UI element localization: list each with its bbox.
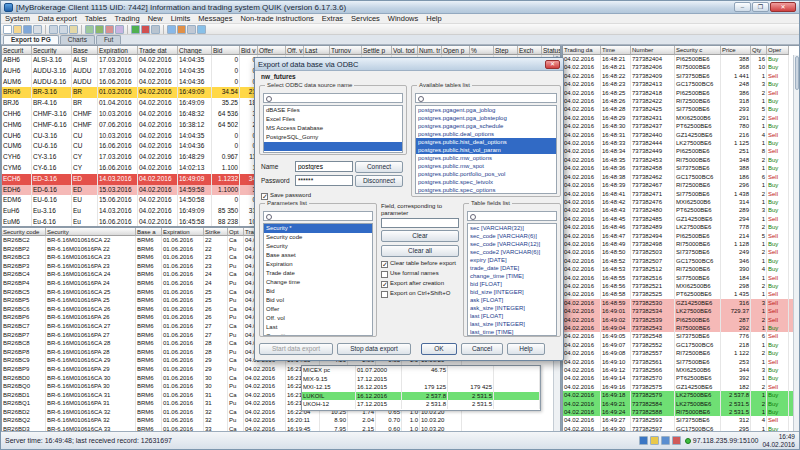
table-row[interactable]: 04.02.201616:49:12737382566MXI62500B6344… (563, 366, 799, 374)
list-item[interactable]: trade_date [DATE] (468, 264, 556, 272)
table-row[interactable]: 04.02.201616:48:34737382449PI62500BE6251… (563, 147, 799, 155)
table-row[interactable]: 04.02.201616:48:42737382476MXI62500B6314… (563, 198, 799, 206)
tables-filter-input[interactable] (424, 94, 556, 102)
list-item[interactable]: postgres.public.deal_options (416, 130, 556, 138)
params-filter-input[interactable] (272, 212, 372, 220)
paste-icon[interactable] (69, 25, 78, 34)
save-password-row[interactable]: Save password (261, 192, 311, 200)
table-row[interactable]: 04.02.201616:48:25737382418PI62500BE6386… (563, 89, 799, 97)
table-row[interactable]: 04.02.201616:49:24737382588RI75000BE62 5… (563, 408, 799, 416)
list-item[interactable]: ask_size [INTEGER] (468, 304, 556, 312)
list-item[interactable]: last [FLOAT] (468, 312, 556, 320)
trades-scrollbar[interactable] (793, 55, 799, 431)
menu-item[interactable]: Tables (81, 14, 111, 23)
table-row[interactable]: 04.02.201616:48:35737382453RI75000BE6348… (563, 156, 799, 164)
field-mapping-input[interactable] (381, 218, 459, 228)
tab-fut[interactable]: Fut (96, 35, 121, 44)
save-password-checkbox[interactable] (261, 193, 268, 200)
menu-item[interactable]: Extras (318, 14, 347, 23)
menu-item[interactable]: Non-trade instructions (236, 14, 317, 23)
table-row[interactable]: 04.02.201616:48:36737382458SI73750BE6388… (563, 164, 799, 172)
menu-item[interactable]: Limits (167, 14, 195, 23)
list-item[interactable]: last_size [INTEGER] (468, 320, 556, 328)
list-item[interactable]: postgres.public.spec_options (416, 186, 556, 194)
list-item[interactable]: bid [FLOAT] (468, 280, 556, 288)
copy-icon[interactable] (59, 25, 68, 34)
export-hotkey-row[interactable]: Export on Ctrl+Shift+O (381, 290, 459, 298)
clear-button[interactable]: Clear (381, 230, 459, 242)
calculator-icon[interactable] (187, 25, 196, 34)
table-row[interactable]: 04.02.201616:48:21737382406RI75000BE6368… (563, 63, 799, 71)
menu-item[interactable]: Data export (34, 14, 81, 23)
menu-item[interactable]: Messages (194, 14, 236, 23)
dialog-close-button[interactable]: ✕ (545, 60, 560, 69)
list-item[interactable]: Base asset (264, 251, 372, 260)
fields-filter[interactable] (467, 211, 557, 221)
table-row[interactable]: 04.02.201616:48:39737382467RI72500BE6296… (563, 181, 799, 189)
table-row[interactable]: 04.02.201616:48:41737382471SI77500BE61 4… (563, 190, 799, 198)
table-row[interactable]: BR26BD3BR-6.16M010616CA 33BRM601.06.2016… (2, 425, 560, 431)
chart-icon[interactable] (95, 25, 104, 34)
order-indicator-icon[interactable] (661, 436, 670, 445)
list-item[interactable]: Off. vol (264, 314, 372, 323)
table-row[interactable]: 04.02.201616:49:16737382575GZ14250BE6182… (563, 383, 799, 391)
table-row[interactable]: 04.02.201616:49:18737382579LK27500BE62 5… (563, 391, 799, 399)
table-row[interactable]: 04.02.201616:48:22737382409SI73750BE61 4… (563, 72, 799, 80)
list-item[interactable]: Last (264, 323, 372, 332)
list-item[interactable]: MS Access Database (264, 124, 402, 133)
cut-icon[interactable] (49, 25, 58, 34)
menu-item[interactable]: Services (347, 14, 384, 23)
stop-export-icon[interactable] (177, 25, 186, 34)
settings-icon[interactable] (151, 25, 160, 34)
table-row[interactable]: LUKOIL16.12.20162 537.82 531.5 (302, 392, 540, 401)
start-export-button[interactable]: Start data export (259, 343, 333, 355)
list-item[interactable]: postgres.public.hist_vol_param (416, 146, 556, 154)
table-row[interactable]: MIX-9.1517.12.2015 (302, 375, 540, 384)
list-item[interactable]: postgres.pgagent.pga_joblog (416, 106, 556, 114)
help-icon[interactable] (197, 25, 206, 34)
clear-all-button[interactable]: Clear all (381, 245, 459, 257)
maximize-button[interactable]: ❐ (752, 2, 769, 12)
export-after-creation-checkbox[interactable] (381, 281, 388, 288)
password-input[interactable] (295, 175, 353, 186)
params-filter[interactable] (263, 211, 373, 221)
table-row[interactable]: 04.02.201616:48:28737382425SI77500BE6293… (563, 105, 799, 113)
tab-export-to-pg[interactable]: Export to PG (3, 35, 59, 44)
list-item[interactable]: postgres.public.portfolio_pos_vol (416, 170, 556, 178)
export-hotkey-checkbox[interactable] (381, 291, 388, 298)
table-row[interactable]: 04.02.201616:49:02737382539PI62500BE6287… (563, 316, 799, 324)
table-row[interactable]: 04.02.201616:48:47737382494PI62500BE6214… (563, 232, 799, 240)
table-row[interactable]: 04.02.201616:49:30737382597GC17500BC6295… (563, 425, 799, 431)
table-row[interactable]: MXI-12.1516.12.2015179 125179 425 (302, 383, 540, 392)
clear-table-before-export-row[interactable]: Clear table before export (381, 260, 459, 268)
table-row[interactable]: UKOH-1217.12.20152 531.82 531.5 (302, 400, 540, 409)
table-row[interactable]: 04.02.201616:48:33737382444LK27500BE61 1… (563, 139, 799, 147)
table-row[interactable]: 04.02.201616:49:04737382543RI75000BE6292… (563, 324, 799, 332)
table-row[interactable]: 04.02.201616:48:21737382404PI62500BE6388… (563, 55, 799, 63)
table-row[interactable]: 04.02.201616:48:49737382498RI75000BE61 1… (563, 240, 799, 248)
connect-button[interactable]: Connect (355, 161, 403, 173)
table-row[interactable]: 04.02.201616:48:50737382503SI73750BE6249… (563, 248, 799, 256)
list-item[interactable]: postgres.public.mw_options (416, 154, 556, 162)
table-row[interactable]: 04.02.201616:48:26737382422RI72500BE6318… (563, 97, 799, 105)
table-row[interactable]: 04.02.201616:49:01737382534LK27500BE6729… (563, 307, 799, 315)
table-row[interactable]: MICEX pc01.07.200046.75 (302, 366, 540, 375)
clear-table-before-export-checkbox[interactable] (381, 261, 388, 268)
table-row[interactable]: 04.02.201616:49:27737382593SI73750BE6312… (563, 416, 799, 424)
table-row[interactable]: 04.02.201616:48:58737382525PT62500BE61 4… (563, 290, 799, 298)
list-item[interactable]: expiry [DATE] (468, 256, 556, 264)
tab-charts[interactable]: Charts (60, 35, 95, 44)
list-item[interactable]: last_time [TIME] (468, 328, 556, 336)
list-item[interactable]: postgres.public.hist_deal_options (416, 138, 556, 146)
table-row[interactable]: 04.02.201616:49:08737382557RI72500BE61 1… (563, 349, 799, 357)
list-item[interactable]: dBASE Files (264, 106, 402, 115)
table-row[interactable]: 04.02.201616:48:46737382489LK27500BE6778… (563, 223, 799, 231)
table-row[interactable]: 04.02.201616:48:53737382512RI72500BE6390… (563, 265, 799, 273)
table-row[interactable]: 04.02.201616:48:52737382507GC17500BC6346… (563, 257, 799, 265)
tables-filter[interactable] (415, 93, 557, 103)
list-item[interactable]: Security code (264, 233, 372, 242)
use-formal-names-row[interactable]: Use formal names (381, 270, 459, 278)
list-item[interactable]: Security (264, 242, 372, 251)
table-row[interactable]: 04.02.201616:49:05737382548SI73750BE6776… (563, 332, 799, 340)
menu-item[interactable]: System (1, 14, 34, 23)
